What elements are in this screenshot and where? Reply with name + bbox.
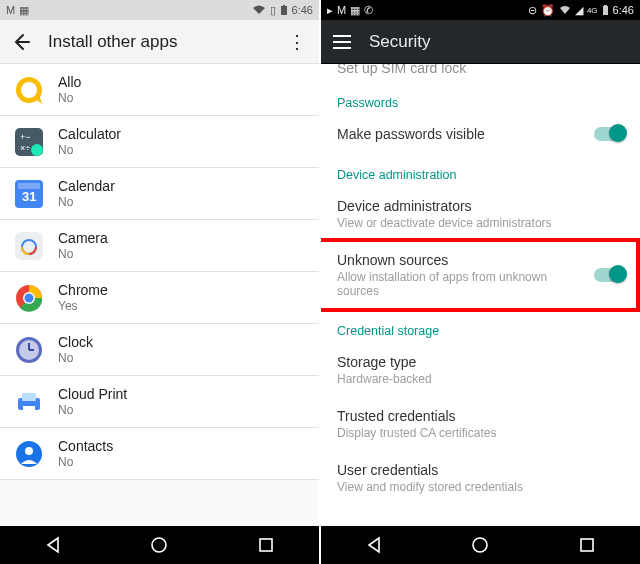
app-row-calculator[interactable]: +− ×÷ Calculator No: [0, 116, 319, 168]
overflow-menu-icon[interactable]: ⋮: [287, 33, 307, 51]
gmail-icon: M: [6, 4, 15, 16]
nav-back[interactable]: [31, 531, 75, 559]
svg-point-26: [25, 447, 33, 455]
row-sub: Hardware-backed: [337, 372, 432, 386]
nav-home[interactable]: [137, 531, 181, 559]
toggle-passwords-visible[interactable]: [594, 127, 624, 141]
app-label: Chrome: [58, 282, 108, 298]
whatsapp-icon: ✆: [364, 4, 373, 17]
dnd-icon: ⊝: [528, 4, 537, 17]
status-time: 6:46: [613, 4, 634, 16]
status-bar: M ▦ ▯ 6:46: [0, 0, 319, 20]
svg-rect-28: [260, 539, 272, 551]
gmail-icon: M: [337, 4, 346, 16]
app-row-calendar[interactable]: 31 Calendar No: [0, 168, 319, 220]
network-label: 4G: [587, 6, 598, 15]
contacts-icon: [14, 439, 44, 469]
svg-rect-30: [604, 5, 607, 6]
app-sub: No: [58, 455, 113, 469]
row-title: Storage type: [337, 354, 432, 370]
row-title: Trusted credentials: [337, 408, 496, 424]
svg-point-7: [31, 144, 43, 156]
svg-text:31: 31: [22, 189, 36, 204]
svg-rect-24: [23, 406, 35, 413]
sim-icon: ▯: [270, 4, 276, 17]
phone-security-settings: ▸ M ▦ ✆ ⊝ ⏰ ◢ 4G 6:46 Security: [320, 0, 640, 564]
row-sub: Display trusted CA certificates: [337, 426, 496, 440]
hamburger-icon[interactable]: [333, 35, 351, 49]
chrome-icon: [14, 283, 44, 313]
battery-icon: [280, 5, 288, 16]
phone-install-other-apps: M ▦ ▯ 6:46 Install other apps ⋮: [0, 0, 320, 564]
app-label: Calculator: [58, 126, 121, 142]
row-title: Make passwords visible: [337, 126, 485, 142]
cloud-print-icon: [14, 387, 44, 417]
row-sub: View and modify stored credentials: [337, 480, 523, 494]
row-unknown-sources[interactable]: Unknown sources Allow installation of ap…: [321, 242, 640, 310]
appbar: Security: [321, 20, 640, 64]
clock-icon: [14, 335, 44, 365]
wifi-icon: [559, 5, 571, 15]
security-list[interactable]: Set up SIM card lock Passwords Make pass…: [321, 64, 640, 526]
allo-icon: [14, 75, 44, 105]
calculator-icon: +− ×÷: [14, 127, 44, 157]
appbar-title: Install other apps: [48, 32, 269, 52]
app-label: Contacts: [58, 438, 113, 454]
row-device-administrators[interactable]: Device administrators View or deactivate…: [321, 188, 640, 242]
app-sub: No: [58, 195, 115, 209]
app-sub: Yes: [58, 299, 108, 313]
app-sub: No: [58, 143, 121, 157]
svg-text:×÷: ×÷: [20, 143, 30, 153]
app-label: Camera: [58, 230, 108, 246]
row-storage-type[interactable]: Storage type Hardware-backed: [321, 344, 640, 398]
svg-point-17: [25, 293, 34, 302]
app-row-camera[interactable]: Camera No: [0, 220, 319, 272]
row-title: Device administrators: [337, 198, 552, 214]
svg-rect-32: [581, 539, 593, 551]
app-sub: No: [58, 351, 93, 365]
app-row-chrome[interactable]: Chrome Yes: [0, 272, 319, 324]
app-row-allo[interactable]: Allo No: [0, 64, 319, 116]
status-bar: ▸ M ▦ ✆ ⊝ ⏰ ◢ 4G 6:46: [321, 0, 640, 20]
row-trusted-credentials[interactable]: Trusted credentials Display trusted CA c…: [321, 398, 640, 452]
app-row-clock[interactable]: Clock No: [0, 324, 319, 376]
row-title: User credentials: [337, 462, 523, 478]
app-sub: No: [58, 403, 127, 417]
status-time: 6:46: [292, 4, 313, 16]
nav-bar: [321, 526, 640, 564]
nav-recent[interactable]: [244, 531, 288, 559]
row-make-passwords-visible[interactable]: Make passwords visible: [321, 116, 640, 154]
play-icon: ▸: [327, 4, 333, 17]
wifi-icon: [252, 5, 266, 15]
svg-point-31: [473, 538, 487, 552]
app-sub: No: [58, 91, 81, 105]
app-row-cloud-print[interactable]: Cloud Print No: [0, 376, 319, 428]
app-row-contacts[interactable]: Contacts No: [0, 428, 319, 480]
nav-home[interactable]: [458, 531, 502, 559]
cutoff-row[interactable]: Set up SIM card lock: [321, 64, 640, 82]
signal-icon: ◢: [575, 4, 583, 17]
toggle-unknown-sources[interactable]: [594, 268, 624, 282]
svg-rect-1: [283, 5, 285, 6]
photo-icon: ▦: [350, 4, 360, 17]
section-passwords: Passwords: [321, 82, 640, 116]
svg-rect-23: [22, 393, 36, 401]
battery-icon: [602, 5, 609, 16]
back-icon[interactable]: [12, 33, 30, 51]
row-sub: View or deactivate device administrators: [337, 216, 552, 230]
svg-rect-0: [281, 6, 287, 15]
svg-point-27: [152, 538, 166, 552]
section-device-admin: Device administration: [321, 154, 640, 188]
nav-back[interactable]: [352, 531, 396, 559]
app-label: Cloud Print: [58, 386, 127, 402]
app-label: Calendar: [58, 178, 115, 194]
app-list[interactable]: Allo No +− ×÷ Calculator No: [0, 64, 319, 526]
appbar-title: Security: [369, 32, 628, 52]
calendar-icon: 31: [14, 179, 44, 209]
svg-text:+−: +−: [20, 132, 31, 142]
row-title: Unknown sources: [337, 252, 586, 268]
nav-recent[interactable]: [565, 531, 609, 559]
app-sub: No: [58, 247, 108, 261]
section-credential-storage: Credential storage: [321, 310, 640, 344]
row-user-credentials[interactable]: User credentials View and modify stored …: [321, 452, 640, 506]
